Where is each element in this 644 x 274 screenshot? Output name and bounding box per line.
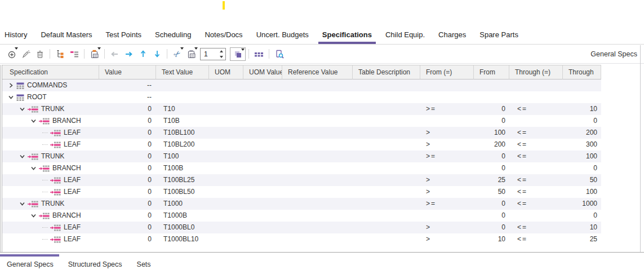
column-header-from-eq[interactable]: From (=) (420, 65, 474, 79)
column-header-uom[interactable]: UOM (209, 65, 243, 79)
preview-pane-toggle-button[interactable] (230, 47, 246, 61)
table-row[interactable]: ROOT -- (2, 91, 601, 103)
through-cell: 0 (563, 115, 601, 127)
move-left-button[interactable] (108, 47, 122, 61)
table-row[interactable]: BRANCH 0 T100B 0 0 (2, 162, 601, 174)
expand-chevron[interactable] (18, 105, 26, 113)
add-sibling-node-button[interactable] (67, 47, 81, 61)
through-cell: 100 (563, 151, 601, 162)
column-header-table-description[interactable]: Table Description (353, 65, 420, 79)
expand-chevron[interactable] (29, 212, 38, 220)
sub-table-arrow-icon (50, 142, 61, 148)
table-row[interactable]: LEAF 0 T10BL200 > 200 <= 300 (2, 139, 601, 151)
spec-node-icon (16, 94, 24, 101)
find-button[interactable] (272, 47, 286, 61)
column-header-text-value[interactable]: Text Value (156, 65, 209, 79)
spinner-up-button[interactable] (217, 48, 225, 54)
top-tab[interactable]: Spare Parts (479, 30, 518, 44)
cut-button[interactable]: ✂ (170, 47, 184, 61)
top-tab[interactable]: Test Points (106, 30, 142, 44)
table-row[interactable]: TRUNK 0 T100 >= 0 <= 100 (2, 151, 601, 162)
bottom-tab[interactable]: General Specs (0, 253, 59, 268)
add-child-node-button[interactable] (53, 47, 67, 61)
spinner-down-button[interactable] (217, 54, 225, 60)
specification-cell: BRANCH (2, 210, 99, 222)
spec-label: BRANCH (52, 115, 81, 127)
top-tab[interactable]: Charges (438, 30, 466, 44)
paste-as-child-button[interactable] (87, 47, 101, 61)
table-description-cell (353, 103, 420, 115)
table-row[interactable]: LEAF 0 T100BL50 > 50 <= 100 (2, 186, 601, 198)
column-header-from[interactable]: From (474, 65, 509, 79)
through-operator-cell: <= (509, 127, 563, 139)
table-description-cell (353, 186, 420, 198)
expand-chevron[interactable] (41, 129, 49, 137)
from-operator-cell: > (420, 127, 474, 139)
trash-icon (35, 50, 45, 59)
spec-label: LEAF (64, 222, 81, 233)
move-right-button[interactable] (122, 47, 136, 61)
top-tab[interactable]: Notes/Docs (205, 30, 242, 44)
table-row[interactable]: BRANCH 0 T1000B 0 0 (2, 210, 601, 222)
table-row[interactable]: LEAF 0 T1000BL0 > 0 <= 10 (2, 222, 601, 233)
table-row[interactable]: COMMANDS -- (2, 79, 601, 91)
uom-cell (209, 127, 243, 139)
table-row[interactable]: TRUNK 0 T10 >= 0 <= 10 (2, 103, 601, 115)
through-operator-cell (509, 91, 563, 103)
specification-cell: LEAF (2, 222, 99, 233)
column-header-through[interactable]: Through (563, 65, 601, 79)
expand-chevron[interactable] (29, 165, 38, 173)
top-tab[interactable]: Scheduling (155, 30, 191, 44)
sub-table-arrow-icon (39, 213, 50, 219)
uom-cell (209, 115, 243, 127)
spec-label: BRANCH (52, 162, 81, 174)
text-value-cell (156, 91, 209, 103)
top-tab-label: Test Points (106, 30, 142, 39)
column-header-reference-value[interactable]: Reference Value (282, 65, 353, 79)
bottom-tab[interactable]: Structured Specs (61, 253, 128, 268)
expand-chevron[interactable] (29, 117, 38, 125)
from-cell: 25 (474, 174, 509, 186)
bottom-tab[interactable]: Sets (130, 253, 157, 268)
expand-chevron[interactable] (18, 153, 26, 161)
column-header-specification[interactable]: Specification (2, 65, 99, 79)
column-header-through-eq[interactable]: Through (=) (509, 65, 563, 79)
top-tab[interactable]: Uncert. Budgets (256, 30, 309, 44)
expand-chevron[interactable] (41, 224, 49, 232)
table-row[interactable]: BRANCH 0 T10B 0 0 (2, 115, 601, 127)
paste-button[interactable] (184, 47, 198, 61)
table-row[interactable]: LEAF 0 T10BL100 > 100 <= 200 (2, 127, 601, 139)
toolbar-separator (84, 49, 85, 59)
text-value-cell: T1000BL0 (156, 222, 209, 233)
top-tab[interactable]: Specifications (322, 30, 372, 44)
bottom-tab-label: General Specs (7, 260, 54, 268)
expand-chevron[interactable] (7, 94, 15, 101)
add-button[interactable] (5, 47, 19, 61)
reference-value-cell (282, 91, 353, 103)
specification-cell: LEAF (2, 233, 99, 245)
expand-chevron[interactable] (41, 176, 49, 184)
delete-button[interactable] (33, 47, 47, 61)
expand-chevron[interactable] (7, 82, 15, 90)
add-child-tree-icon (56, 50, 65, 59)
column-chooser-button[interactable] (252, 47, 266, 61)
table-row[interactable]: TRUNK 0 T1000 >= 0 <= 1000 (2, 198, 601, 210)
expand-chevron[interactable] (41, 141, 49, 149)
from-cell: 0 (474, 115, 509, 127)
text-value-cell: T100BL25 (156, 174, 209, 186)
top-tab[interactable]: History (5, 30, 27, 44)
move-down-button[interactable] (150, 47, 164, 61)
edit-button[interactable] (19, 47, 33, 61)
expand-chevron[interactable] (41, 188, 49, 196)
move-up-button[interactable] (136, 47, 150, 61)
top-tab[interactable]: Child Equip. (385, 30, 425, 44)
table-row[interactable]: LEAF 0 T1000BL10 > 10 <= 25 (2, 233, 601, 245)
uom-value-cell (243, 233, 282, 245)
top-tab[interactable]: Default Masters (41, 30, 92, 44)
column-header-value[interactable]: Value (99, 65, 156, 79)
table-row[interactable]: LEAF 0 T100BL25 > 25 <= 50 (2, 174, 601, 186)
level-spinner[interactable]: 1 (200, 48, 226, 60)
column-header-uom-value[interactable]: UOM Value (243, 65, 282, 79)
expand-chevron[interactable] (41, 236, 49, 244)
expand-chevron[interactable] (18, 200, 26, 208)
